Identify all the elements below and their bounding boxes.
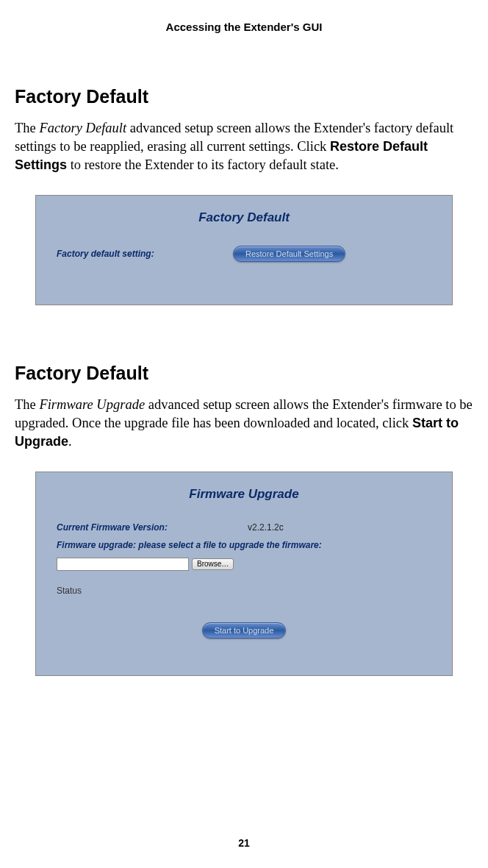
start-to-upgrade-button[interactable]: Start to Upgrade	[202, 622, 287, 638]
restore-default-settings-button[interactable]: Restore Default Settings	[233, 246, 345, 262]
panel-title: Factory Default	[57, 210, 431, 225]
section1-heading: Factory Default	[15, 86, 473, 107]
firmware-upgrade-instruction: Firmware upgrade: please select a file t…	[57, 540, 431, 550]
panel-title: Firmware Upgrade	[57, 487, 431, 502]
file-input-row: Browse…	[57, 558, 431, 571]
factory-default-row: Factory default setting: Restore Default…	[57, 246, 431, 262]
page-header: Accessing the Extender's GUI	[15, 21, 473, 33]
browse-button[interactable]: Browse…	[192, 558, 234, 570]
text-italic: Firmware Upgrade	[39, 397, 145, 412]
text-italic: Factory Default	[39, 121, 126, 135]
text-fragment: The	[15, 121, 39, 135]
section1-paragraph: The Factory Default advanced setup scree…	[15, 119, 473, 174]
status-label: Status	[57, 586, 82, 596]
factory-default-label: Factory default setting:	[57, 249, 233, 259]
upgrade-button-row: Start to Upgrade	[57, 622, 431, 638]
text-fragment: The	[15, 397, 39, 412]
text-fragment: .	[68, 434, 72, 449]
section2-heading: Factory Default	[15, 363, 473, 384]
page-number: 21	[0, 837, 488, 849]
firmware-version-row: Current Firmware Version: v2.2.1.2c	[57, 522, 431, 533]
firmware-upgrade-panel: Firmware Upgrade Current Firmware Versio…	[35, 472, 453, 676]
firmware-version-label: Current Firmware Version:	[57, 522, 248, 533]
firmware-file-input[interactable]	[57, 558, 189, 571]
status-row: Status	[57, 586, 431, 596]
factory-default-panel: Factory Default Factory default setting:…	[35, 195, 453, 305]
text-fragment: to restore the Extender to its factory d…	[67, 157, 339, 172]
section2-paragraph: The Firmware Upgrade advanced setup scre…	[15, 396, 473, 451]
firmware-version-value: v2.2.1.2c	[248, 522, 284, 533]
